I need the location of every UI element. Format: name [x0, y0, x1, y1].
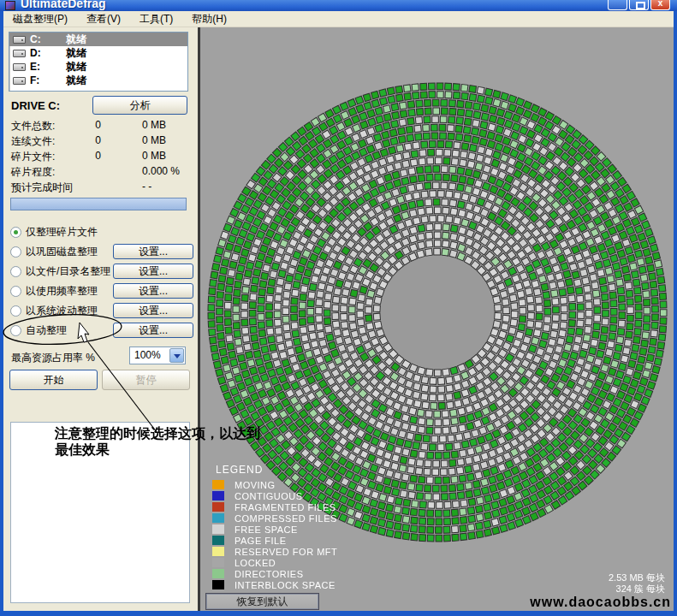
legend-item-compressed: COMPRESSED FILES: [212, 512, 337, 524]
analyze-button[interactable]: 分析: [92, 96, 187, 115]
method-consolidate[interactable]: 以巩固磁盘整理 设置...: [10, 242, 192, 262]
radio-icon[interactable]: [10, 266, 21, 277]
settings-button-auto[interactable]: 设置...: [113, 323, 193, 338]
method-fragmented-only[interactable]: 仅整理碎片文件: [10, 222, 192, 242]
drive-row-e[interactable]: E: 就绪: [9, 60, 187, 74]
radio-icon[interactable]: [10, 325, 21, 336]
legend-label: MOVING: [235, 480, 276, 490]
watermark-text: www.daocaobbs.cn: [530, 595, 671, 610]
title-bar: UltimateDefrag x: [0, 0, 677, 11]
block-size-text: 2.53 MB 每块: [609, 572, 665, 583]
cluster-size-text: 324 簇 每块: [609, 583, 665, 595]
method-label: 以巩固磁盘整理: [26, 245, 98, 259]
menu-tools[interactable]: 工具(T): [130, 11, 182, 27]
moving-swatch-icon: [212, 480, 224, 489]
maximize-button[interactable]: [629, 0, 649, 10]
menu-help[interactable]: 帮助(H): [182, 11, 236, 27]
stat-label: 碎片程度:: [11, 165, 55, 180]
legend-label: PAGE FILE: [235, 536, 287, 546]
legend-label: FREE SPACE: [235, 524, 298, 535]
minimize-button[interactable]: [608, 0, 627, 10]
menu-defrag[interactable]: 磁盘整理(P): [3, 11, 77, 27]
drive-icon: [13, 36, 26, 44]
drive-row-d[interactable]: D: 就绪: [9, 46, 187, 60]
radio-icon[interactable]: [10, 227, 21, 238]
drive-status: 就绪: [66, 33, 86, 47]
dropdown-value: 100%: [134, 349, 161, 361]
menu-view[interactable]: 查看(V): [77, 11, 130, 27]
defrag-method-group: 仅整理碎片文件 以巩固磁盘整理 设置... 以文件/目录名整理 设置... 以使…: [10, 222, 192, 341]
stat-size: 0.000 %: [142, 165, 180, 177]
legend-label: LOCKED: [235, 558, 276, 568]
drive-row-f[interactable]: F: 就绪: [9, 74, 187, 87]
start-button[interactable]: 开始: [9, 370, 98, 390]
settings-button-filename[interactable]: 设置...: [113, 264, 193, 279]
resource-usage-dropdown[interactable]: 100%: [129, 346, 186, 364]
method-label: 仅整理碎片文件: [26, 225, 98, 240]
radio-icon[interactable]: [10, 286, 21, 297]
page-file-swatch-icon: [212, 536, 224, 545]
legend-label: COMPRESSED FILES: [235, 513, 337, 524]
stat-size: 0 MB: [142, 150, 166, 162]
settings-button-consolidate[interactable]: 设置...: [113, 244, 193, 259]
method-label: 以使用频率整理: [26, 284, 98, 299]
window-title: UltimateDefrag: [21, 0, 106, 10]
stat-contiguous-files: 连续文件: 0 0 MB: [11, 134, 189, 150]
app-icon: [5, 1, 15, 10]
stat-size: 0 MB: [142, 134, 166, 146]
stat-count: 0: [71, 150, 101, 162]
control-panel: C: 就绪 D: 就绪 E: 就绪 F: 就绪 DRIVE C: 分析 文件总数…: [3, 27, 198, 611]
stat-size: 0 MB: [142, 119, 166, 131]
drive-icon: [13, 63, 26, 71]
drive-name: E:: [30, 61, 66, 73]
method-label: 自动整理: [26, 323, 67, 338]
resource-usage-label: 最高资源占用率 %: [11, 351, 95, 365]
settings-button-volatility[interactable]: 设置...: [113, 303, 193, 318]
stat-count: 0: [71, 134, 101, 146]
mft-swatch-icon: [212, 547, 224, 556]
radio-icon[interactable]: [10, 305, 21, 317]
drive-name: D:: [30, 47, 66, 59]
compressed-swatch-icon: [212, 513, 224, 523]
legend-item-page-file: PAGE FILE: [212, 535, 337, 546]
stat-label: 连续文件:: [11, 134, 55, 149]
drive-stats: 文件总数: 0 0 MB 连续文件: 0 0 MB 碎片文件: 0 0 MB 碎…: [11, 119, 189, 196]
legend: LEGEND MOVING CONTIGUOUS FRAGMENTED FILE…: [212, 464, 337, 590]
legend-item-moving: MOVING: [212, 479, 337, 490]
drive-row-c[interactable]: C: 就绪: [9, 33, 187, 46]
drive-title: DRIVE C:: [11, 99, 60, 112]
restore-default-button[interactable]: 恢复到默认: [205, 593, 319, 610]
close-button[interactable]: x: [650, 0, 670, 10]
method-label: 以系统波动整理: [26, 304, 98, 318]
drive-icon: [13, 77, 26, 85]
drive-list: C: 就绪 D: 就绪 E: 就绪 F: 就绪: [9, 32, 188, 92]
legend-item-free-space: FREE SPACE: [212, 524, 337, 535]
method-filename[interactable]: 以文件/目录名整理 设置...: [10, 262, 192, 281]
legend-item-fragmented: FRAGMENTED FILES: [212, 501, 337, 512]
radio-icon[interactable]: [10, 246, 21, 258]
disk-map-panel: LEGEND MOVING CONTIGUOUS FRAGMENTED FILE…: [200, 27, 674, 611]
progress-bar: [10, 198, 187, 210]
method-auto[interactable]: 自动整理 设置...: [10, 321, 192, 341]
method-volatility[interactable]: 以系统波动整理 设置...: [10, 301, 192, 321]
directories-swatch-icon: [212, 569, 224, 578]
method-label: 以文件/目录名整理: [26, 264, 110, 279]
annotation-line2: 最佳效果: [55, 441, 260, 458]
fragmented-swatch-icon: [212, 502, 224, 512]
stat-size: - -: [142, 181, 151, 192]
settings-button-frequency[interactable]: 设置...: [113, 283, 193, 299]
menu-bar: 磁盘整理(P) 查看(V) 工具(T) 帮助(H): [3, 11, 674, 27]
block-info: 2.53 MB 每块 324 簇 每块: [609, 572, 665, 595]
drive-name: C:: [30, 33, 66, 45]
interblock-swatch-icon: [212, 580, 224, 589]
drive-status: 就绪: [66, 60, 86, 74]
chevron-down-icon[interactable]: [169, 348, 184, 363]
stat-eta: 预计完成时间 - -: [11, 181, 189, 196]
contiguous-swatch-icon: [212, 491, 224, 500]
method-frequency[interactable]: 以使用频率整理 设置...: [10, 281, 192, 301]
legend-label: INTERBLOCK SPACE: [235, 580, 336, 590]
drive-icon: [13, 50, 26, 57]
legend-label: DIRECTORIES: [235, 569, 303, 579]
legend-label: CONTIGUOUS: [235, 491, 303, 501]
stat-label: 文件总数:: [11, 119, 55, 133]
